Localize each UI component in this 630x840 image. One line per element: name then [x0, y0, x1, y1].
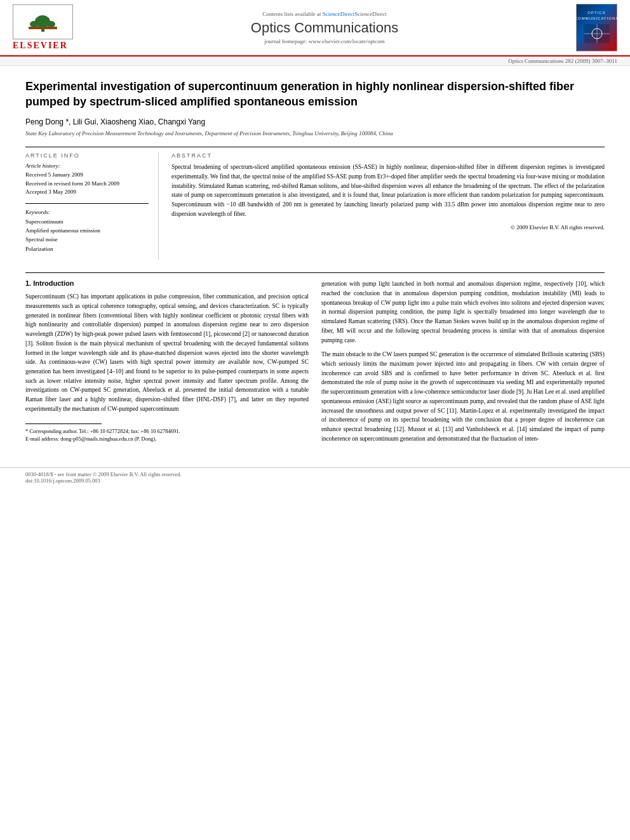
footnote-star: * Corresponding author. Tel.: +86 10 627…	[25, 427, 309, 436]
journal-cover-section: Optics Communications	[566, 4, 617, 51]
keyword-4: Polarization	[25, 244, 149, 253]
section1-number: 1.	[25, 279, 31, 287]
footnote-email: E-mail address: dong-p05@mails.tsinghua.…	[25, 435, 309, 443]
elsevier-logo-section: ELSEVIER	[13, 4, 83, 51]
body-columns: 1. Introduction Supercontinuum (SC) has …	[25, 279, 605, 448]
footer-copyright: 0030-4018/$ - see front matter © 2009 El…	[25, 471, 182, 477]
article-info-heading: ARTICLE INFO	[25, 152, 149, 159]
section1-col2-para-1: generation with pump light launched in b…	[321, 279, 605, 345]
keyword-2: Amplified spontaneous emission	[25, 226, 149, 235]
svg-point-2	[30, 21, 39, 27]
authors: Peng Dong *, Lili Gui, Xiaosheng Xiao, C…	[25, 117, 605, 126]
accepted-date: Accepted 3 May 2009	[25, 188, 149, 197]
keywords-heading: Keywords:	[25, 209, 149, 215]
divider-1	[25, 147, 605, 147]
history-label: Article history:	[25, 163, 149, 169]
svg-rect-4	[29, 27, 57, 29]
journal-cover-text: Optics Communications	[575, 11, 619, 45]
divider-keywords	[25, 203, 149, 204]
article-title: Experimental investigation of superconti…	[25, 79, 605, 110]
copyright-line: © 2009 Elsevier B.V. All rights reserved…	[171, 224, 605, 230]
section1-paragraph-1: Supercontinuum (SC) has important applic…	[25, 292, 309, 413]
section1-title: 1. Introduction	[25, 279, 309, 287]
section1-title-text: Introduction	[33, 279, 74, 287]
page: ELSEVIER Contents lists available at Sci…	[0, 0, 630, 840]
svg-point-3	[46, 21, 55, 27]
journal-center-header: Contents lists available at ScienceDirec…	[83, 11, 566, 44]
received-date: Received 5 January 2009	[25, 171, 149, 180]
body-col-right: generation with pump light launched in b…	[321, 279, 605, 448]
cover-graphic-icon	[584, 24, 610, 43]
elsevier-label: ELSEVIER	[13, 41, 83, 51]
keywords-list: Supercontinuum Amplified spontaneous emi…	[25, 217, 149, 254]
footnote-divider	[25, 423, 102, 424]
keyword-1: Supercontinuum	[25, 217, 149, 226]
abstract-text: Spectral broadening of spectrum-sliced a…	[171, 163, 605, 218]
footer-doi: doi:10.1016/j.optcom.2009.05.003	[25, 477, 182, 484]
revised-date: Received in revised form 20 March 2009	[25, 180, 149, 189]
elsevier-logo-box	[13, 4, 73, 39]
main-content: Experimental investigation of superconti…	[0, 66, 630, 461]
article-meta-bar: Optics Communications 282 (2009) 3007–30…	[0, 57, 630, 66]
history-block: Article history: Received 5 January 2009…	[25, 163, 149, 197]
journal-homepage: journal homepage: www.elsevier.com/locat…	[83, 38, 566, 44]
keywords-block: Keywords: Supercontinuum Amplified spont…	[25, 209, 149, 254]
article-info-column: ARTICLE INFO Article history: Received 5…	[25, 152, 159, 260]
body-col-left: 1. Introduction Supercontinuum (SC) has …	[25, 279, 309, 448]
info-abstract-section: ARTICLE INFO Article history: Received 5…	[25, 152, 605, 260]
abstract-column: ABSTRACT Spectral broadening of spectrum…	[171, 152, 605, 260]
footer-left-text: 0030-4018/$ - see front matter © 2009 El…	[25, 471, 182, 484]
keyword-3: Spectral noise	[25, 235, 149, 244]
divider-body	[25, 272, 605, 273]
page-footer: 0030-4018/$ - see front matter © 2009 El…	[0, 467, 630, 487]
affiliation: State Key Laboratory of Precision Measur…	[25, 130, 605, 138]
sciencedirect-line: Contents lists available at ScienceDirec…	[83, 11, 566, 17]
journal-cover-image: Optics Communications	[576, 4, 617, 51]
journal-title: Optics Communications	[83, 20, 566, 36]
elsevier-tree-icon	[25, 13, 60, 32]
section1-col2-para-2: The main obstacle to the CW lasers pumpe…	[321, 350, 605, 443]
sciencedirect-prefix: Contents lists available at	[262, 11, 321, 17]
abstract-heading: ABSTRACT	[171, 152, 605, 159]
journal-header: ELSEVIER Contents lists available at Sci…	[0, 0, 630, 57]
journal-meta-text: Optics Communications 282 (2009) 3007–30…	[508, 58, 617, 64]
sciencedirect-link[interactable]: ScienceDirect	[323, 11, 354, 17]
